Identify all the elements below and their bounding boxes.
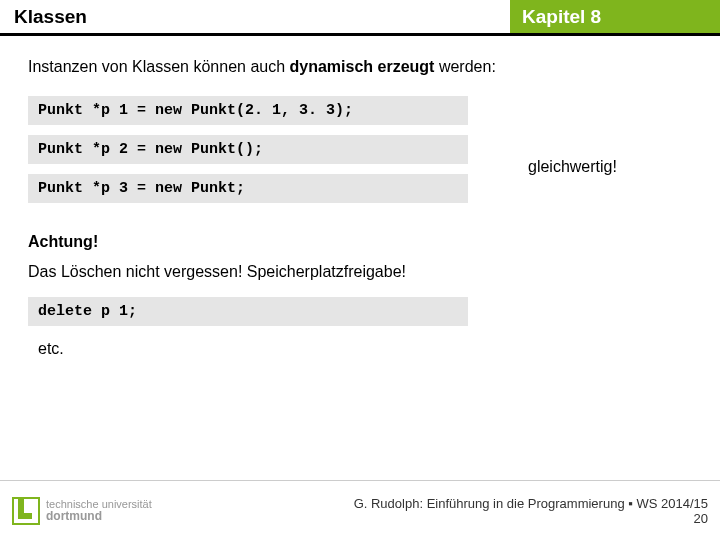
code-annotation: gleichwertig! bbox=[528, 158, 617, 176]
slide-content: Instanzen von Klassen können auch dynami… bbox=[0, 36, 720, 358]
code-block-3: Punkt *p 3 = new Punkt; bbox=[28, 174, 468, 203]
etc-text: etc. bbox=[38, 340, 692, 358]
footer-right: G. Rudolph: Einführung in die Programmie… bbox=[354, 496, 708, 526]
uni-line2: dortmund bbox=[46, 510, 152, 523]
intro-post: werden: bbox=[434, 58, 495, 75]
intro-pre: Instanzen von Klassen können auch bbox=[28, 58, 290, 75]
code-block-1: Punkt *p 1 = new Punkt(2. 1, 3. 3); bbox=[28, 96, 468, 125]
footer-credit: G. Rudolph: Einführung in die Programmie… bbox=[354, 496, 708, 511]
tu-logo-icon bbox=[12, 497, 40, 525]
warning-text: Das Löschen nicht vergessen! Speicherpla… bbox=[28, 263, 692, 281]
header-title-right: Kapitel 8 bbox=[510, 0, 720, 36]
code-row-2: Punkt *p 2 = new Punkt(); gleichwertig! bbox=[28, 135, 692, 174]
intro-text: Instanzen von Klassen können auch dynami… bbox=[28, 58, 692, 76]
warning-title: Achtung! bbox=[28, 233, 692, 251]
slide-number: 20 bbox=[354, 511, 708, 526]
code-block-delete: delete p 1; bbox=[28, 297, 468, 326]
tu-logo: technische universität dortmund bbox=[12, 497, 152, 525]
tu-logo-text: technische universität dortmund bbox=[46, 498, 152, 523]
slide-footer: technische universität dortmund G. Rudol… bbox=[0, 480, 720, 540]
intro-bold: dynamisch erzeugt bbox=[290, 58, 435, 75]
header-title-left: Klassen bbox=[0, 0, 510, 36]
code-block-2: Punkt *p 2 = new Punkt(); bbox=[28, 135, 468, 164]
slide-header: Klassen Kapitel 8 bbox=[0, 0, 720, 36]
